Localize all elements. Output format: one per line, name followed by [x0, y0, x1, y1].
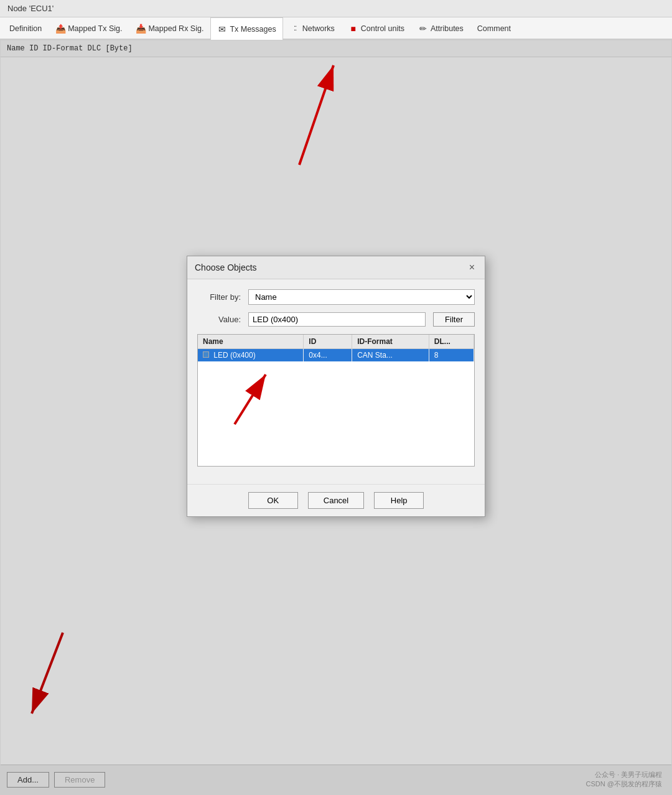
col-header-dlc: DL...	[429, 335, 474, 349]
filter-by-row: Filter by: Name ID ID-Format DLC	[197, 289, 475, 305]
tab-mapped-tx[interactable]: 📤 Mapped Tx Sig.	[49, 17, 129, 39]
cancel-button[interactable]: Cancel	[308, 492, 364, 509]
cell-name-value: LED (0x400)	[213, 351, 255, 360]
value-label: Value:	[197, 315, 241, 324]
dialog-close-button[interactable]: ×	[467, 261, 477, 274]
tab-definition-label: Definition	[9, 24, 42, 33]
control-units-icon: ■	[348, 24, 358, 34]
value-row: Value: Filter	[197, 312, 475, 327]
tab-attributes[interactable]: ✏ Attributes	[411, 17, 470, 39]
tab-control-units[interactable]: ■ Control units	[342, 17, 411, 39]
svg-line-1	[299, 65, 334, 165]
modal-overlay: Choose Objects × Filter by: Name ID ID-F…	[1, 40, 671, 794]
tab-tx-messages[interactable]: ✉ Tx Messages	[210, 17, 282, 40]
row-indicator-icon	[203, 351, 209, 358]
dialog-titlebar: Choose Objects ×	[187, 256, 485, 279]
tab-comment-label: Comment	[477, 24, 511, 33]
cell-name: LED (0x400)	[198, 349, 304, 362]
value-input[interactable]	[248, 312, 426, 327]
dialog-title: Choose Objects	[195, 263, 257, 272]
results-table: Name ID ID-Format DL...	[198, 335, 474, 361]
tab-networks[interactable]: ⁚⁚ Networks	[283, 17, 342, 39]
choose-objects-dialog: Choose Objects × Filter by: Name ID ID-F…	[187, 256, 485, 517]
dialog-body: Filter by: Name ID ID-Format DLC Value: …	[187, 279, 485, 484]
tab-mapped-tx-label: Mapped Tx Sig.	[68, 24, 122, 33]
filter-by-select[interactable]: Name ID ID-Format DLC	[248, 289, 475, 305]
tab-bar: Definition 📤 Mapped Tx Sig. 📥 Mapped Rx …	[0, 17, 672, 40]
tab-attributes-label: Attributes	[431, 24, 464, 33]
col-header-name: Name	[198, 335, 304, 349]
cell-id-format: CAN Sta...	[352, 349, 429, 362]
table-row[interactable]: LED (0x400) 0x4... CAN Sta... 8	[198, 349, 474, 362]
mapped-tx-icon: 📤	[55, 24, 65, 34]
tab-tx-messages-label: Tx Messages	[230, 25, 276, 34]
tab-mapped-rx-label: Mapped Rx Sig.	[148, 24, 203, 33]
filter-button[interactable]: Filter	[433, 312, 475, 327]
title-bar: Node 'ECU1'	[0, 0, 672, 17]
attributes-icon: ✏	[418, 24, 428, 34]
table-header-row: Name ID ID-Format DL...	[198, 335, 474, 349]
window-title: Node 'ECU1'	[7, 4, 54, 13]
tab-definition[interactable]: Definition	[2, 17, 49, 39]
cell-dlc: 8	[429, 349, 474, 362]
results-table-container: Name ID ID-Format DL...	[197, 334, 475, 467]
tab-comment[interactable]: Comment	[470, 17, 518, 39]
dialog-footer: OK Cancel Help	[187, 484, 485, 516]
content-wrapper: Name ID ID-Format DLC [Byte] Add... Remo…	[0, 40, 672, 795]
help-button[interactable]: Help	[374, 492, 424, 509]
tab-control-units-label: Control units	[361, 24, 404, 33]
col-header-id: ID	[304, 335, 352, 349]
tab-networks-label: Networks	[302, 24, 335, 33]
cell-id: 0x4...	[304, 349, 352, 362]
ok-button[interactable]: OK	[248, 492, 298, 509]
arrow-tx-messages	[237, 53, 362, 177]
page-wrapper: Node 'ECU1' Definition 📤 Mapped Tx Sig. …	[0, 0, 672, 795]
filter-by-label: Filter by:	[197, 292, 241, 302]
col-header-id-format: ID-Format	[352, 335, 429, 349]
tab-mapped-rx[interactable]: 📥 Mapped Rx Sig.	[129, 17, 210, 39]
mapped-rx-icon: 📥	[136, 24, 146, 34]
tx-messages-icon: ✉	[217, 24, 227, 34]
networks-icon: ⁚⁚	[290, 24, 300, 34]
